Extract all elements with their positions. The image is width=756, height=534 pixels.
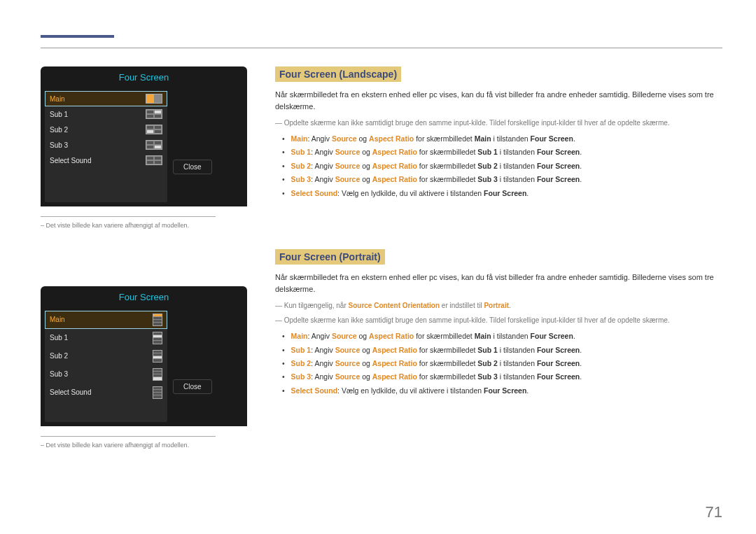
bullet-sub2: Sub 2: Angiv Source og Aspect Ratio for … — [290, 160, 722, 173]
model-note: Det viste billede kan variere afhængigt … — [41, 221, 247, 230]
layout-icon-sub1-landscape — [146, 109, 162, 119]
osd-item-label: Sub 2 — [50, 352, 68, 360]
bullet-list: Main: Angiv Source og Aspect Ratio for s… — [275, 330, 722, 398]
header-rule — [41, 48, 722, 48]
layout-icon-sub3-landscape — [146, 140, 162, 150]
bullet-main: Main: Angiv Source og Aspect Ratio for s… — [290, 132, 722, 146]
osd-item-label: Main — [50, 316, 65, 323]
bullet-select-sound: Select Sound: Vælg en lydkilde, du vil a… — [290, 384, 722, 398]
layout-icon-sub3-portrait — [153, 368, 162, 381]
dash-note: Opdelte skærme kan ikke samtidigt bruge … — [285, 118, 722, 128]
osd-item-main[interactable]: Main — [45, 311, 167, 329]
layout-icon-main-landscape — [146, 94, 162, 104]
bullet-sub3: Sub 3: Angiv Source og Aspect Ratio for … — [290, 370, 722, 384]
section-heading-landscape: Four Screen (Landscape) — [275, 66, 401, 82]
bullet-sub3: Sub 3: Angiv Source og Aspect Ratio for … — [290, 173, 722, 186]
osd-list: Main Sub 1 Sub 2 Sub 3 — [45, 91, 167, 202]
osd-item-sub1[interactable]: Sub 1 — [45, 106, 167, 122]
section-landscape: Four Screen (Landscape) Når skærmbillede… — [275, 66, 722, 200]
osd-item-sub3[interactable]: Sub 3 — [45, 365, 167, 384]
left-column: Four Screen Main Sub 1 Sub 2 — [41, 66, 247, 449]
bullet-main: Main: Angiv Source og Aspect Ratio for s… — [290, 330, 722, 343]
osd-item-main[interactable]: Main — [45, 91, 167, 106]
layout-icon-sub1-portrait — [153, 332, 162, 344]
header-accent-bar — [41, 35, 114, 38]
osd-title: Four Screen — [41, 292, 247, 307]
bullet-select-sound: Select Sound: Vælg en lydkilde, du vil a… — [290, 187, 722, 200]
osd-panel-landscape: Four Screen Main Sub 1 Sub 2 — [41, 66, 247, 206]
osd-item-label: Sub 2 — [50, 126, 68, 134]
osd-panel-portrait: Four Screen Main Sub 1 Sub 2 — [41, 286, 247, 426]
layout-icon-sound-portrait — [153, 386, 162, 399]
osd-item-label: Select Sound — [50, 157, 92, 164]
osd-item-select-sound[interactable]: Select Sound — [45, 384, 167, 402]
osd-item-select-sound[interactable]: Select Sound — [45, 153, 167, 168]
osd-title: Four Screen — [41, 72, 247, 87]
section-heading-portrait: Four Screen (Portrait) — [275, 249, 385, 265]
right-column: Four Screen (Landscape) Når skærmbillede… — [275, 66, 722, 449]
model-note: Det viste billede kan variere afhængigt … — [41, 441, 247, 450]
dash-note: Opdelte skærme kan ikke samtidigt bruge … — [285, 315, 722, 325]
layout-icon-sound-landscape — [146, 155, 162, 165]
layout-icon-sub2-portrait — [153, 350, 162, 363]
osd-list: Main Sub 1 Sub 2 Sub 3 — [45, 311, 167, 422]
section-intro: Når skærmbilledet fra en ekstern enhed e… — [275, 89, 722, 112]
bullet-sub1: Sub 1: Angiv Source og Aspect Ratio for … — [290, 344, 722, 357]
osd-item-label: Sub 3 — [50, 141, 68, 149]
osd-item-label: Sub 1 — [50, 334, 68, 342]
osd-item-label: Sub 3 — [50, 370, 68, 378]
section-portrait: Four Screen (Portrait) Når skærmbilledet… — [275, 249, 722, 398]
bullet-sub2: Sub 2: Angiv Source og Aspect Ratio for … — [290, 357, 722, 370]
bullet-list: Main: Angiv Source og Aspect Ratio for s… — [275, 132, 722, 200]
note-rule — [41, 436, 216, 437]
note-rule — [41, 216, 216, 217]
osd-item-sub2[interactable]: Sub 2 — [45, 122, 167, 137]
osd-item-sub1[interactable]: Sub 1 — [45, 329, 167, 347]
section-intro: Når skærmbilledet fra en ekstern enhed e… — [275, 272, 722, 295]
osd-close-button[interactable]: Close — [173, 160, 212, 174]
osd-close-button[interactable]: Close — [173, 379, 212, 394]
osd-item-label: Select Sound — [50, 388, 92, 396]
layout-icon-main-portrait — [153, 314, 162, 326]
osd-item-label: Sub 1 — [50, 111, 68, 118]
dash-note-orientation: Kun tilgængelig, når Source Content Orie… — [285, 300, 722, 311]
osd-item-label: Main — [50, 95, 65, 103]
layout-icon-sub2-landscape — [146, 125, 162, 134]
bullet-sub1: Sub 1: Angiv Source og Aspect Ratio for … — [290, 146, 722, 159]
osd-item-sub3[interactable]: Sub 3 — [45, 137, 167, 153]
osd-item-sub2[interactable]: Sub 2 — [45, 347, 167, 365]
page-number: 71 — [706, 503, 722, 521]
